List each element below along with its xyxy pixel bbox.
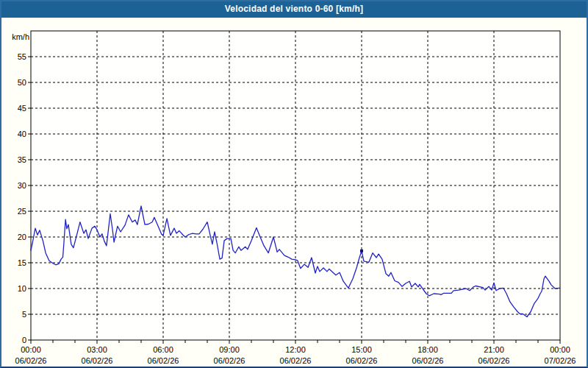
x-tick-time-label: 18:00 <box>417 345 438 354</box>
x-tick-date-label: 06/02/26 <box>280 356 312 365</box>
wind-speed-line-chart: 051015202530354045505500:0006/02/2603:00… <box>1 1 588 368</box>
y-tick-label: 10 <box>18 284 26 293</box>
x-tick-time-label: 12:00 <box>285 345 306 354</box>
y-tick-label: 55 <box>18 52 26 61</box>
data-point-marker <box>360 250 363 252</box>
x-tick-time-label: 00:00 <box>550 345 570 354</box>
x-tick-time-label: 03:00 <box>87 345 107 354</box>
x-tick-time-label: 21:00 <box>484 345 504 354</box>
x-tick-time-label: 15:00 <box>351 345 372 354</box>
x-tick-time-label: 06:00 <box>153 345 173 354</box>
y-tick-label: 35 <box>18 155 26 164</box>
x-tick-date-label: 06/02/26 <box>478 356 510 365</box>
y-tick-label: 45 <box>18 104 26 113</box>
x-tick-date-label: 07/02/26 <box>545 356 576 365</box>
x-tick-date-label: 06/02/26 <box>148 356 179 365</box>
x-tick-time-label: 09:00 <box>219 345 240 354</box>
x-tick-date-label: 06/02/26 <box>346 356 378 365</box>
y-axis-unit-label: km/h <box>12 32 29 41</box>
x-tick-date-label: 06/02/26 <box>82 356 113 365</box>
y-tick-label: 25 <box>18 207 26 216</box>
x-tick-date-label: 06/02/26 <box>15 356 47 365</box>
y-tick-label: 15 <box>18 258 26 267</box>
y-tick-label: 5 <box>22 310 26 319</box>
y-tick-label: 40 <box>18 130 26 138</box>
x-tick-time-label: 00:00 <box>21 345 41 354</box>
x-tick-date-label: 06/02/26 <box>412 356 444 365</box>
x-tick-date-label: 06/02/26 <box>214 356 245 365</box>
y-tick-label: 0 <box>22 336 26 344</box>
y-tick-label: 30 <box>18 181 26 190</box>
y-tick-label: 20 <box>18 233 26 241</box>
y-tick-label: 50 <box>18 78 26 87</box>
wind-speed-chart-window: Velocidad del viento 0-60 [km/h] 0510152… <box>0 0 588 368</box>
